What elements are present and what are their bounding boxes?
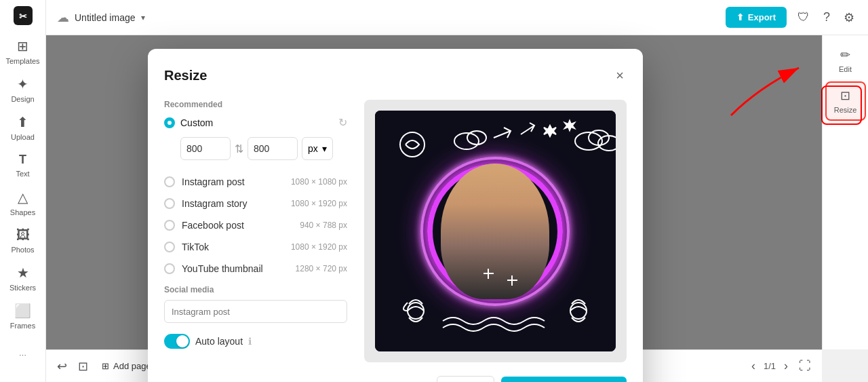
topbar: ☁ Untitled image ▾ ⬆ Export 🛡 ? ⚙ bbox=[46, 0, 868, 35]
unit-select[interactable]: px ▾ bbox=[302, 137, 333, 160]
modal-right-panel bbox=[363, 100, 627, 362]
preset-radio bbox=[164, 263, 175, 274]
app-logo[interactable]: ✂ bbox=[12, 5, 34, 26]
right-panel: ✏ Edit ⊡ Resize bbox=[822, 35, 868, 349]
text-icon: T bbox=[19, 153, 26, 167]
settings-icon-btn[interactable]: ⚙ bbox=[841, 7, 857, 28]
social-media-section-label: Social media bbox=[164, 285, 347, 294]
canvas-area: Resize × Recommended Custom ↻ ⇅ bbox=[46, 35, 822, 349]
preset-item[interactable]: Instagram post 1080 × 1080 px bbox=[164, 171, 347, 193]
help-icon-btn[interactable]: ? bbox=[821, 7, 833, 27]
width-input[interactable] bbox=[180, 137, 231, 160]
svg-point-2 bbox=[400, 132, 425, 157]
edit-pencil-icon: ✏ bbox=[840, 47, 850, 62]
right-panel-edit-label: Edit bbox=[839, 65, 852, 73]
toggle-knob bbox=[176, 335, 189, 347]
info-icon[interactable]: ℹ bbox=[248, 336, 252, 347]
sidebar-item-frames-label: Frames bbox=[10, 322, 35, 330]
resize-button[interactable]: Resize bbox=[437, 376, 494, 382]
more-icon: ⋯ bbox=[19, 351, 26, 360]
document-title[interactable]: Untitled image bbox=[75, 12, 136, 23]
sidebar-item-templates[interactable]: ⊞ Templates bbox=[3, 34, 43, 71]
dimension-row: ⇅ px ▾ bbox=[180, 137, 347, 160]
preset-name: TikTok bbox=[182, 242, 284, 252]
add-page-icon: ⊞ bbox=[102, 361, 109, 371]
sidebar-item-shapes[interactable]: △ Shapes bbox=[3, 185, 43, 221]
auto-layout-toggle[interactable] bbox=[164, 334, 190, 349]
sidebar-item-photos-label: Photos bbox=[11, 246, 34, 254]
sidebar-item-frames[interactable]: ⬜ Frames bbox=[3, 298, 43, 335]
undo-button[interactable]: ↩ bbox=[54, 356, 70, 377]
cloud-icon: ☁ bbox=[57, 10, 69, 25]
preset-size: 1080 × 1920 px bbox=[291, 242, 347, 252]
design-icon: ✦ bbox=[17, 76, 28, 92]
sidebar-item-design-label: Design bbox=[11, 95, 34, 103]
preset-item[interactable]: Instagram story 1080 × 1920 px bbox=[164, 193, 347, 214]
preset-item[interactable]: Facebook post 940 × 788 px bbox=[164, 214, 347, 236]
preset-name: YouTube thumbnail bbox=[182, 263, 289, 274]
right-panel-resize-label: Resize bbox=[834, 106, 857, 114]
export-button[interactable]: ⬆ Export bbox=[726, 7, 787, 28]
resize-icon: ⊡ bbox=[840, 88, 850, 103]
upload-icon: ⬆ bbox=[17, 114, 28, 130]
height-input[interactable] bbox=[248, 137, 298, 160]
preset-list: Instagram post 1080 × 1080 px Instagram … bbox=[164, 171, 347, 280]
dropdown-chevron-icon[interactable]: ▾ bbox=[141, 13, 145, 22]
modal-footer: Resize Resize on new page ▾ bbox=[164, 376, 627, 382]
sidebar-item-templates-label: Templates bbox=[5, 57, 39, 65]
unit-dropdown-icon: ▾ bbox=[322, 143, 327, 154]
preset-radio bbox=[164, 242, 175, 252]
next-page-button[interactable]: › bbox=[781, 356, 791, 376]
sidebar-item-shapes-label: Shapes bbox=[10, 208, 35, 216]
resize-modal: Resize × Recommended Custom ↻ ⇅ bbox=[148, 49, 643, 382]
right-panel-resize[interactable]: ⊡ Resize bbox=[825, 81, 866, 121]
preset-size: 1080 × 1920 px bbox=[291, 199, 347, 208]
photos-icon: 🖼 bbox=[16, 227, 30, 243]
shapes-icon: △ bbox=[18, 189, 28, 206]
sidebar-item-design[interactable]: ✦ Design bbox=[3, 71, 43, 108]
fullscreen-button[interactable]: ⛶ bbox=[796, 356, 814, 376]
stickers-icon: ★ bbox=[17, 265, 29, 281]
sidebar-item-text-label: Text bbox=[16, 170, 29, 178]
page-nav: ‹ 1/1 › ⛶ bbox=[749, 356, 814, 376]
right-panel-edit[interactable]: ✏ Edit bbox=[825, 41, 866, 80]
modal-left-panel: Recommended Custom ↻ ⇅ px ▾ bbox=[164, 100, 347, 362]
preset-name: Instagram story bbox=[182, 198, 284, 209]
preset-name: Facebook post bbox=[182, 220, 293, 231]
svg-point-7 bbox=[598, 136, 616, 151]
resize-new-page-button[interactable]: Resize on new page ▾ bbox=[501, 377, 627, 382]
sidebar-item-text[interactable]: T Text bbox=[3, 147, 43, 184]
topbar-right: ⬆ Export 🛡 ? ⚙ bbox=[726, 7, 857, 28]
export-label: Export bbox=[748, 12, 776, 22]
auto-layout-row: Auto layout ℹ bbox=[164, 334, 347, 349]
custom-radio[interactable] bbox=[164, 117, 175, 128]
sidebar-item-photos[interactable]: 🖼 Photos bbox=[3, 223, 43, 259]
svg-point-4 bbox=[467, 131, 486, 145]
preset-size: 940 × 788 px bbox=[300, 221, 347, 230]
recommended-section-label: Recommended bbox=[164, 100, 347, 109]
shield-icon-btn[interactable]: 🛡 bbox=[795, 7, 812, 27]
copy-button[interactable]: ⊡ bbox=[75, 356, 91, 377]
prev-page-button[interactable]: ‹ bbox=[749, 356, 758, 376]
modal-title: Resize bbox=[164, 68, 207, 83]
preset-item[interactable]: YouTube thumbnail 1280 × 720 px bbox=[164, 258, 347, 280]
sidebar-item-upload[interactable]: ⬆ Upload bbox=[3, 109, 43, 146]
auto-layout-label: Auto layout bbox=[195, 336, 243, 347]
svg-point-8 bbox=[408, 303, 424, 319]
add-page-label: Add page bbox=[113, 361, 151, 371]
refresh-icon[interactable]: ↻ bbox=[338, 116, 347, 129]
preset-radio bbox=[164, 176, 175, 187]
modal-close-button[interactable]: × bbox=[613, 65, 627, 86]
preset-item[interactable]: TikTok 1080 × 1920 px bbox=[164, 236, 347, 258]
unit-label: px bbox=[308, 143, 318, 154]
frames-icon: ⬜ bbox=[14, 303, 31, 319]
sidebar-bottom: ⋯ bbox=[3, 336, 43, 382]
canvas-decorations bbox=[375, 111, 616, 351]
topbar-title-area: ☁ Untitled image ▾ bbox=[57, 10, 145, 25]
sidebar-item-stickers[interactable]: ★ Stickers bbox=[3, 261, 43, 297]
sidebar-item-more[interactable]: ⋯ bbox=[3, 336, 43, 375]
svg-point-9 bbox=[570, 303, 587, 319]
svg-text:✂: ✂ bbox=[19, 11, 27, 22]
social-search-input[interactable] bbox=[164, 300, 347, 323]
preset-radio bbox=[164, 220, 175, 231]
